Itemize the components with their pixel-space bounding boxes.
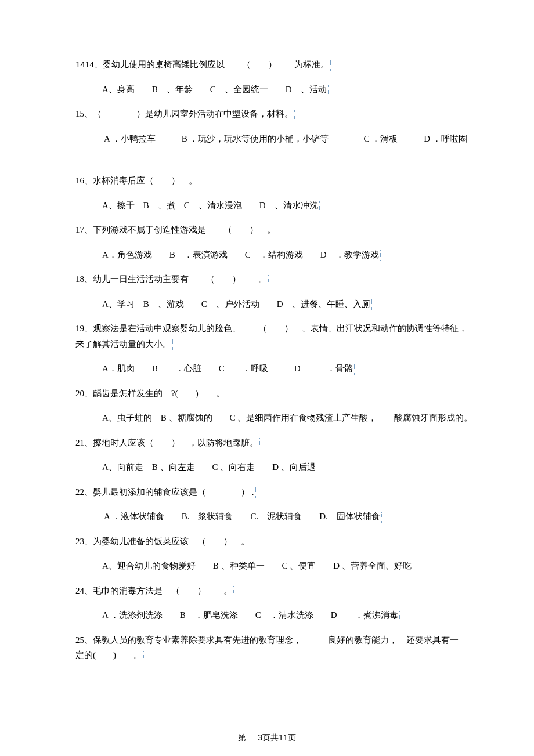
cursor-icon xyxy=(330,60,331,71)
cursor-icon xyxy=(317,463,317,473)
question-21-stem: 21、擦地时人应该（ ） ，以防将地踩脏。 xyxy=(75,436,464,450)
question-17-stem: 17、下列游戏不属于创造性游戏是 （ ） 。 xyxy=(75,223,464,237)
cursor-icon xyxy=(354,364,355,375)
footer-page-current: 3 xyxy=(258,733,262,742)
question-25-stem-line2: 定的( ) 。 xyxy=(75,649,464,662)
cursor-icon xyxy=(259,438,260,448)
cursor-icon xyxy=(268,275,269,285)
cursor-icon xyxy=(294,110,295,120)
question-23-stem: 23、为婴幼儿准备的饭菜应该 （ ） 。 xyxy=(75,535,464,548)
question-18-options: A、学习 B 、游戏 C 、户外活动 D 、进餐、午睡、入厕 xyxy=(75,298,464,311)
question-24-stem: 24、毛巾的消毒方法是 （ ） 。 xyxy=(75,584,464,598)
footer-label-b: 页共 xyxy=(262,733,279,742)
question-21-options: A、向前走 B 、向左走 C 、向右走 D 、向后退 xyxy=(75,461,464,474)
question-15-stem: 15、（ ）是幼儿园室外活动在中型设备，材料。 xyxy=(75,107,464,121)
cursor-icon xyxy=(319,201,320,211)
cursor-icon xyxy=(233,586,234,596)
question-14-stem: 1414、婴幼儿使用的桌椅高矮比例应以 （ ） 为标准。 xyxy=(75,58,464,71)
cursor-icon xyxy=(380,250,381,261)
cursor-icon xyxy=(474,414,474,424)
cursor-icon xyxy=(226,389,226,399)
question-20-stem: 20、龋齿是怎样发生的 ?( ) 。 xyxy=(75,387,464,400)
cursor-icon xyxy=(371,299,372,310)
question-16-stem: 16、水杯消毒后应（ ） 。 xyxy=(75,174,464,187)
question-18-stem: 18、幼儿一日生活活动主要有 （ ） 。 xyxy=(75,273,464,286)
question-19-options: A．肌肉 B ．心脏 C ．呼吸 D ．骨骼 xyxy=(75,362,464,375)
question-14-options: A、身高 B 、年龄 C 、全园统一 D 、活动 xyxy=(75,83,464,96)
question-20-options: A、虫子蛀的 B 、糖腐蚀的 C 、是细菌作用在食物残渣上产生酸， 酸腐蚀牙面形… xyxy=(75,411,464,425)
question-19-stem-line2: 来了解其活动量的大小。 xyxy=(75,338,464,351)
footer-label-a: 第 xyxy=(238,733,246,742)
question-24-options: A ．洗涤剂洗涤 B ．肥皂洗涤 C ．清水洗涤 D ．煮沸消毒 xyxy=(75,609,464,622)
question-22-stem: 22、婴儿最初添加的辅食应该是（ ） . xyxy=(75,486,464,499)
question-22-options: A ．液体状辅食 B. 浆状辅食 C. 泥状辅食 D. 固体状辅食 xyxy=(75,510,464,523)
cursor-icon xyxy=(413,562,413,572)
cursor-icon xyxy=(277,226,277,236)
cursor-icon xyxy=(199,176,199,187)
question-15-options: A ．小鸭拉车 B ．玩沙，玩水等使用的小桶，小铲等 C ．滑板 D ．呼啦圈 xyxy=(75,132,464,146)
cursor-icon xyxy=(381,512,382,523)
footer-label-c: 页 xyxy=(288,733,296,742)
page-footer: 第3页共11页 xyxy=(0,733,534,743)
question-23-options: A、迎合幼儿的食物爱好 B 、种类单一 C 、便宜 D 、营养全面、好吃 xyxy=(75,559,464,573)
cursor-icon xyxy=(143,651,144,661)
question-25-stem-line1: 25、保教人员的教育专业素养除要求具有先进的教育理念， 良好的教育能力， 还要求… xyxy=(75,634,464,647)
cursor-icon xyxy=(255,487,256,498)
cursor-icon xyxy=(172,339,173,350)
question-17-options: A．角色游戏 B ．表演游戏 C ．结构游戏 D ．教学游戏 xyxy=(75,248,464,262)
cursor-icon xyxy=(399,611,400,621)
cursor-icon xyxy=(328,85,329,95)
cursor-icon xyxy=(251,537,251,547)
question-19-stem-line1: 19、观察法是在活动中观察婴幼儿的脸色、 （ ） 、表情、出汗状况和动作的协调性… xyxy=(75,322,464,335)
question-16-options: A、擦干 B 、煮 C 、清水浸泡 D 、清水冲洗 xyxy=(75,199,464,212)
footer-page-total: 11 xyxy=(279,733,288,742)
question-14-number: 14 xyxy=(75,59,85,69)
page: 1414、婴幼儿使用的桌椅高矮比例应以 （ ） 为标准。 A、身高 B 、年龄 … xyxy=(0,0,534,756)
